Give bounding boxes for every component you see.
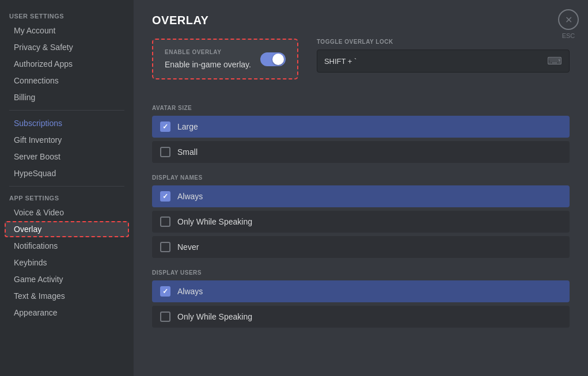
page-title: OVERLAY xyxy=(152,14,570,27)
display-users-always-option[interactable]: Always xyxy=(152,280,570,302)
display-users-speaking-checkbox xyxy=(160,312,170,322)
sidebar-item-game-activity[interactable]: Game Activity xyxy=(5,271,129,287)
display-names-always-option[interactable]: Always xyxy=(152,185,570,207)
display-users-always-label: Always xyxy=(177,287,203,296)
avatar-large-label: Large xyxy=(177,122,198,131)
toggle-lock-label: TOGGLE OVERLAY LOCK xyxy=(317,39,570,45)
avatar-size-small-option[interactable]: Small xyxy=(152,141,570,163)
sidebar-item-authorized-apps[interactable]: Authorized Apps xyxy=(5,56,129,72)
toggle-lock-section: TOGGLE OVERLAY LOCK SHIFT + ` ⌨ xyxy=(317,39,570,73)
sidebar-item-connections[interactable]: Connections xyxy=(5,73,129,89)
display-names-always-checkbox xyxy=(160,191,170,202)
sidebar-item-notifications[interactable]: Notifications xyxy=(5,238,129,254)
avatar-large-checkbox xyxy=(160,121,170,132)
display-names-section: DISPLAY NAMES Always Only While Speaking… xyxy=(152,174,570,258)
sidebar-item-gift-inventory[interactable]: Gift Inventory xyxy=(5,132,129,148)
main-content: OVERLAY ENABLE OVERLAY Enable in-game ov… xyxy=(134,0,588,376)
sidebar-item-voice-video[interactable]: Voice & Video xyxy=(5,204,129,221)
sidebar-item-my-account[interactable]: My Account xyxy=(5,22,129,39)
enable-overlay-section: ENABLE OVERLAY Enable in-game overlay. xyxy=(152,39,298,93)
avatar-small-checkbox xyxy=(160,147,170,157)
display-names-never-option[interactable]: Never xyxy=(152,236,570,258)
avatar-small-label: Small xyxy=(177,147,198,157)
enable-overlay-toggle[interactable] xyxy=(260,52,286,66)
header-row: ENABLE OVERLAY Enable in-game overlay. T… xyxy=(152,39,570,93)
sidebar-item-text-images[interactable]: Text & Images xyxy=(5,288,129,304)
display-names-speaking-option[interactable]: Only While Speaking xyxy=(152,211,570,233)
display-users-label: DISPLAY USERS xyxy=(152,269,570,276)
close-button[interactable]: ✕ xyxy=(558,9,579,30)
keybind-display[interactable]: SHIFT + ` ⌨ xyxy=(317,50,570,73)
display-names-never-label: Never xyxy=(177,242,199,252)
sidebar-item-appearance[interactable]: Appearance xyxy=(5,305,129,321)
display-names-label: DISPLAY NAMES xyxy=(152,174,570,181)
sidebar-item-subscriptions[interactable]: Subscriptions xyxy=(5,115,129,131)
enable-overlay-card: ENABLE OVERLAY Enable in-game overlay. xyxy=(152,39,298,79)
keybind-value: SHIFT + ` xyxy=(324,57,356,66)
display-names-always-label: Always xyxy=(177,192,203,201)
display-users-speaking-label: Only While Speaking xyxy=(177,312,252,321)
display-users-section: DISPLAY USERS Always Only While Speaking xyxy=(152,269,570,328)
display-names-never-checkbox xyxy=(160,242,170,252)
sidebar-item-billing[interactable]: Billing xyxy=(5,89,129,105)
sidebar-item-overlay[interactable]: Overlay xyxy=(5,221,129,237)
avatar-size-label: AVATAR SIZE xyxy=(152,105,570,111)
user-settings-section-label: USER SETTINGS xyxy=(0,9,134,22)
keyboard-icon: ⌨ xyxy=(547,55,562,67)
overlay-card-inner: ENABLE OVERLAY Enable in-game overlay. xyxy=(165,49,251,69)
display-users-speaking-option[interactable]: Only While Speaking xyxy=(152,306,570,328)
sidebar-divider-1 xyxy=(9,110,124,111)
sidebar-item-hypesquad[interactable]: HypeSquad xyxy=(5,165,129,181)
sidebar-item-server-boost[interactable]: Server Boost xyxy=(5,149,129,165)
enable-overlay-text: Enable in-game overlay. xyxy=(165,60,251,69)
sidebar-divider-2 xyxy=(9,186,124,187)
toggle-thumb xyxy=(272,54,284,65)
display-names-speaking-label: Only While Speaking xyxy=(177,217,252,226)
avatar-size-section: AVATAR SIZE Large Small xyxy=(152,105,570,163)
avatar-size-large-option[interactable]: Large xyxy=(152,116,570,138)
esc-label: ESC xyxy=(558,32,579,39)
display-users-always-checkbox xyxy=(160,286,170,297)
sidebar-item-keybinds[interactable]: Keybinds xyxy=(5,255,129,271)
app-settings-section-label: APP SETTINGS xyxy=(0,191,134,204)
display-names-speaking-checkbox xyxy=(160,217,170,227)
enable-overlay-label: ENABLE OVERLAY xyxy=(165,49,251,55)
toggle-track xyxy=(260,52,286,66)
sidebar-item-privacy-safety[interactable]: Privacy & Safety xyxy=(5,39,129,55)
sidebar: USER SETTINGS My Account Privacy & Safet… xyxy=(0,0,134,376)
